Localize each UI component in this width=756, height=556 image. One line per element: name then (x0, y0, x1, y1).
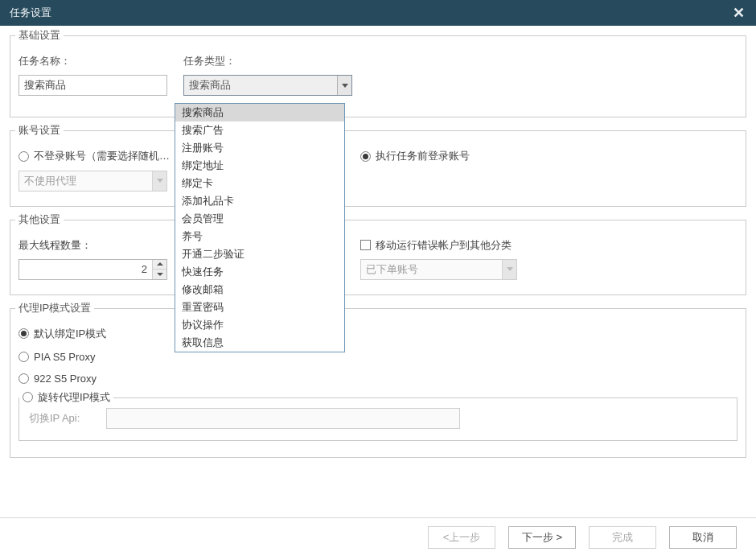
task-type-dropdown-button[interactable] (337, 76, 351, 95)
task-type-option[interactable]: 绑定卡 (175, 175, 344, 192)
task-type-option[interactable]: 添加礼品卡 (175, 192, 344, 210)
proxy-select[interactable]: 不使用代理 (18, 171, 167, 192)
row-basic-inputs: 搜索商品 (18, 75, 738, 96)
row-other-top: 最大线程数量： 移动运行错误帐户到其他分类 (18, 238, 738, 253)
row-account-radios: 不登录账号（需要选择随机… 执行任务前登录账号 (18, 149, 738, 164)
radio-ip-default-label: 默认绑定IP模式 (34, 327, 106, 341)
task-type-select[interactable]: 搜索商品 (183, 75, 352, 96)
task-type-option[interactable]: 开通二步验证 (175, 245, 344, 263)
error-category-dropdown-button[interactable] (502, 260, 516, 279)
task-type-option[interactable]: 协议操作 (175, 316, 344, 334)
max-threads-decrease[interactable] (153, 269, 166, 279)
task-type-option[interactable]: 绑定地址 (175, 157, 344, 175)
finish-button[interactable]: 完成 (589, 526, 656, 549)
legend-other: 其他设置 (15, 212, 64, 227)
radio-no-login-label: 不登录账号（需要选择随机… (34, 149, 170, 163)
label-task-name: 任务名称： (18, 54, 183, 68)
group-ip-mode: 代理IP模式设置 默认绑定IP模式 PIA S5 Proxy 922 S5 Pr… (10, 308, 746, 458)
prev-button[interactable]: <上一步 (428, 526, 495, 549)
task-type-option[interactable]: 修改邮箱 (175, 281, 344, 299)
proxy-select-text: 不使用代理 (19, 171, 152, 191)
row-other-inputs: 2 已下单账号 (18, 259, 738, 280)
task-type-option[interactable]: 搜索广告 (175, 121, 344, 139)
next-button[interactable]: 下一步 > (508, 526, 576, 549)
chevron-down-icon (507, 267, 513, 271)
task-name-input[interactable] (18, 75, 167, 96)
rotating-api-input[interactable] (106, 408, 460, 429)
close-icon[interactable]: ✕ (729, 4, 748, 22)
task-type-option[interactable]: 搜索商品 (175, 104, 344, 121)
radio-no-login[interactable]: 不登录账号（需要选择随机… (18, 149, 170, 163)
task-type-dropdown-list[interactable]: 搜索商品搜索广告注册账号绑定地址绑定卡添加礼品卡会员管理养号开通二步验证快速任务… (175, 103, 345, 352)
dialog-body: 基础设置 任务名称： 任务类型： 搜索商品 账号设置 (0, 26, 756, 517)
chevron-down-icon (157, 179, 163, 183)
group-other-settings: 其他设置 最大线程数量： 移动运行错误帐户到其他分类 2 (10, 220, 746, 295)
task-type-selected-text: 搜索商品 (184, 76, 337, 95)
max-threads-value: 2 (19, 260, 152, 279)
radio-ip-922[interactable]: 922 S5 Proxy (18, 373, 738, 385)
task-type-option[interactable]: 注册账号 (175, 139, 344, 157)
task-type-option[interactable]: 养号 (175, 228, 344, 245)
chevron-up-icon (157, 262, 163, 266)
wizard-footer: <上一步 下一步 > 完成 取消 (0, 517, 756, 556)
task-type-option[interactable]: 获取信息 (175, 334, 344, 352)
row-rotating-api: 切换IP Api: (29, 408, 727, 429)
legend-ip-mode: 代理IP模式设置 (15, 301, 94, 315)
checkbox-move-error-account[interactable]: 移动运行错误帐户到其他分类 (360, 238, 512, 253)
radio-ip-rotating[interactable]: 旋转代理IP模式 (23, 390, 110, 405)
row-account-proxy: 不使用代理 (18, 171, 738, 192)
proxy-select-dropdown-button[interactable] (152, 171, 166, 191)
radio-ip-pia[interactable]: PIA S5 Proxy (18, 351, 738, 363)
radio-ip-rotating-label: 旋转代理IP模式 (38, 390, 110, 405)
legend-basic: 基础设置 (15, 28, 64, 43)
label-rotating-api: 切换IP Api: (29, 411, 101, 426)
radio-login-first[interactable]: 执行任务前登录账号 (360, 149, 470, 163)
task-type-option[interactable]: 会员管理 (175, 210, 344, 228)
title-bar: 任务设置 ✕ (0, 0, 756, 26)
error-category-select[interactable]: 已下单账号 (360, 259, 517, 280)
max-threads-increase[interactable] (153, 260, 166, 270)
cancel-button[interactable]: 取消 (669, 526, 737, 549)
label-task-type: 任务类型： (183, 54, 348, 68)
group-rotating-proxy: 旋转代理IP模式 切换IP Api: (18, 397, 738, 441)
task-type-option[interactable]: 重置密码 (175, 299, 344, 316)
error-category-select-text: 已下单账号 (361, 260, 502, 279)
radio-ip-pia-label: PIA S5 Proxy (34, 351, 96, 363)
max-threads-spinner[interactable]: 2 (18, 259, 167, 280)
task-type-option[interactable]: 快速任务 (175, 263, 344, 281)
group-basic-settings: 基础设置 任务名称： 任务类型： 搜索商品 (10, 35, 746, 117)
radio-ip-922-label: 922 S5 Proxy (34, 373, 97, 385)
chevron-down-icon (157, 273, 163, 276)
checkbox-move-error-account-label: 移动运行错误帐户到其他分类 (376, 238, 512, 253)
legend-account: 账号设置 (15, 123, 64, 138)
row-basic-labels: 任务名称： 任务类型： (18, 54, 738, 68)
radio-ip-rotating-wrap: 旋转代理IP模式 (19, 390, 113, 406)
chevron-down-icon (342, 84, 348, 88)
radio-login-first-label: 执行任务前登录账号 (376, 149, 470, 163)
window-title: 任务设置 (10, 6, 51, 20)
radio-ip-default[interactable]: 默认绑定IP模式 (18, 327, 738, 341)
group-account-settings: 账号设置 不登录账号（需要选择随机… 执行任务前登录账号 不使用代理 (10, 130, 746, 207)
